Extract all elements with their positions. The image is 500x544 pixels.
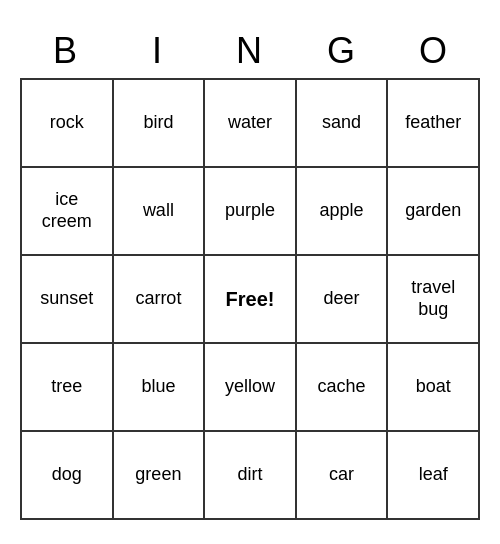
bingo-cell[interactable]: Free! bbox=[205, 256, 297, 344]
header-letter: G bbox=[296, 24, 388, 78]
bingo-cell[interactable]: rock bbox=[22, 80, 114, 168]
header-letter: I bbox=[112, 24, 204, 78]
bingo-cell[interactable]: bird bbox=[114, 80, 206, 168]
bingo-cell[interactable]: sunset bbox=[22, 256, 114, 344]
bingo-cell[interactable]: water bbox=[205, 80, 297, 168]
bingo-cell[interactable]: dirt bbox=[205, 432, 297, 520]
bingo-cell[interactable]: purple bbox=[205, 168, 297, 256]
bingo-cell[interactable]: apple bbox=[297, 168, 389, 256]
bingo-cell[interactable]: blue bbox=[114, 344, 206, 432]
header-letter: N bbox=[204, 24, 296, 78]
header-letter: B bbox=[20, 24, 112, 78]
bingo-cell[interactable]: icecreem bbox=[22, 168, 114, 256]
bingo-cell[interactable]: yellow bbox=[205, 344, 297, 432]
bingo-cell[interactable]: tree bbox=[22, 344, 114, 432]
bingo-cell[interactable]: feather bbox=[388, 80, 480, 168]
bingo-cell[interactable]: boat bbox=[388, 344, 480, 432]
bingo-card: BINGO rockbirdwatersandfeathericecreemwa… bbox=[20, 24, 480, 520]
bingo-cell[interactable]: garden bbox=[388, 168, 480, 256]
bingo-cell[interactable]: car bbox=[297, 432, 389, 520]
bingo-cell[interactable]: carrot bbox=[114, 256, 206, 344]
bingo-cell[interactable]: sand bbox=[297, 80, 389, 168]
header-letter: O bbox=[388, 24, 480, 78]
bingo-cell[interactable]: deer bbox=[297, 256, 389, 344]
bingo-grid: rockbirdwatersandfeathericecreemwallpurp… bbox=[20, 78, 480, 520]
bingo-cell[interactable]: green bbox=[114, 432, 206, 520]
bingo-cell[interactable]: dog bbox=[22, 432, 114, 520]
bingo-cell[interactable]: wall bbox=[114, 168, 206, 256]
bingo-header: BINGO bbox=[20, 24, 480, 78]
bingo-cell[interactable]: cache bbox=[297, 344, 389, 432]
bingo-cell[interactable]: travelbug bbox=[388, 256, 480, 344]
bingo-cell[interactable]: leaf bbox=[388, 432, 480, 520]
